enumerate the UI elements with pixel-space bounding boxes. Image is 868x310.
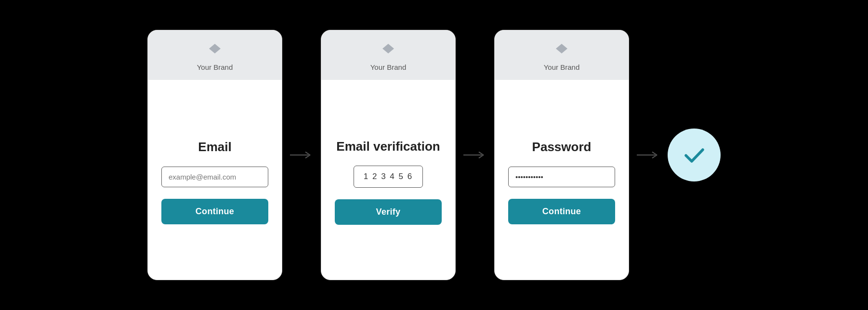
arrow-3-container	[629, 148, 668, 162]
password-screen-title: Password	[532, 139, 592, 155]
password-brand-name: Your Brand	[544, 63, 580, 71]
otp-value: 1 2 3 4 5 6	[364, 172, 413, 181]
otp-input-container[interactable]: 1 2 3 4 5 6	[354, 166, 423, 188]
verification-card-header: Your Brand	[321, 30, 455, 80]
password-card-header: Your Brand	[495, 30, 629, 80]
password-continue-button[interactable]: Continue	[508, 199, 615, 224]
verification-card-body: Email verification 1 2 3 4 5 6 Verify	[321, 80, 455, 280]
email-card-header: Your Brand	[148, 30, 282, 80]
verification-screen-title: Email verification	[336, 139, 440, 155]
arrow-1-icon	[290, 148, 313, 162]
password-card-body: Password Continue	[495, 80, 629, 280]
password-card: Your Brand Password Continue	[494, 30, 629, 280]
email-input[interactable]	[161, 167, 268, 187]
email-card: Your Brand Email Continue	[147, 30, 282, 280]
success-checkmark-circle	[668, 129, 721, 181]
email-screen-title: Email	[198, 139, 231, 155]
email-brand-name: Your Brand	[197, 63, 233, 71]
email-continue-button[interactable]: Continue	[161, 199, 268, 224]
arrow-3-icon	[637, 148, 660, 162]
svg-marker-2	[382, 44, 394, 53]
svg-marker-4	[556, 44, 567, 53]
verification-brand-name: Your Brand	[370, 63, 407, 71]
svg-marker-0	[209, 44, 221, 53]
brand-logo-verification-icon	[380, 42, 397, 59]
verification-card: Your Brand Email verification 1 2 3 4 5 …	[321, 30, 456, 280]
checkmark-icon	[681, 142, 708, 168]
password-input[interactable]	[508, 167, 615, 187]
brand-logo-icon	[206, 42, 224, 59]
email-card-body: Email Continue	[148, 80, 282, 280]
arrow-2-icon	[463, 148, 487, 162]
verify-button[interactable]: Verify	[335, 199, 442, 225]
arrow-1-container	[282, 148, 321, 162]
brand-logo-password-icon	[553, 42, 570, 59]
flow-container: Your Brand Email Continue Your Brand	[0, 0, 868, 310]
arrow-2-container	[456, 148, 494, 162]
